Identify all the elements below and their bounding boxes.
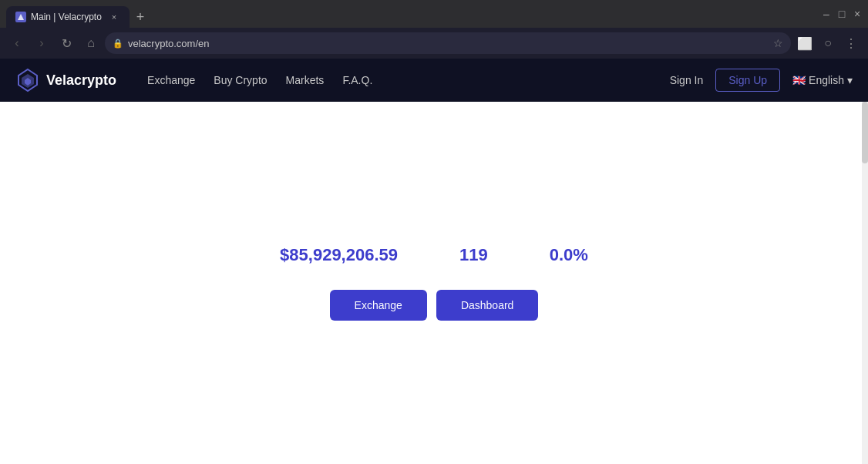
navbar-actions: ⬜ ○ ⋮ [794, 32, 862, 54]
tab-title: Main | Velacrypto [31, 12, 102, 22]
stat-volume: $85,929,206.59 [280, 245, 398, 265]
new-tab-button[interactable]: + [130, 6, 151, 28]
close-button[interactable]: × [853, 9, 862, 18]
nav-link-faq[interactable]: F.A.Q. [342, 74, 372, 86]
profile-button[interactable]: ○ [817, 32, 839, 54]
language-selector[interactable]: 🇬🇧 English ▾ [792, 74, 853, 86]
language-label: English [809, 74, 844, 86]
svg-marker-0 [18, 14, 24, 20]
tab-group: Main | Velacrypto × + [6, 0, 819, 28]
tab-favicon [15, 12, 26, 22]
address-bar[interactable]: 🔒 velacrypto.com/en ☆ [105, 32, 791, 54]
home-button[interactable]: ⌂ [80, 32, 102, 54]
sign-up-button[interactable]: Sign Up [715, 69, 780, 92]
nav-link-markets[interactable]: Markets [286, 74, 325, 86]
scrollbar[interactable] [862, 102, 868, 464]
app-nav-right: Sign In Sign Up 🇬🇧 English ▾ [670, 69, 853, 92]
window-controls: – □ × [822, 9, 862, 18]
app-content: $85,929,206.59 119 0.0% Exchange Dashboa… [0, 102, 868, 464]
nav-link-exchange[interactable]: Exchange [147, 74, 195, 86]
chevron-down-icon: ▾ [847, 74, 853, 86]
nav-link-buy-crypto[interactable]: Buy Crypto [214, 74, 267, 86]
extensions-button[interactable]: ⬜ [794, 32, 816, 54]
back-button[interactable]: ‹ [6, 32, 28, 54]
language-flag: 🇬🇧 [792, 74, 806, 86]
stat-change: 0.0% [550, 245, 588, 265]
restore-button[interactable]: □ [837, 9, 846, 18]
refresh-button[interactable]: ↻ [56, 32, 77, 54]
cta-row: Exchange Dashboard [330, 290, 539, 321]
url-display: velacrypto.com/en [128, 38, 769, 49]
forward-button[interactable]: › [31, 32, 52, 54]
active-tab[interactable]: Main | Velacrypto × [6, 6, 130, 28]
browser-titlebar: Main | Velacrypto × + – □ × [0, 0, 868, 28]
tab-close-button[interactable]: × [108, 11, 120, 23]
logo-icon [15, 68, 40, 92]
sign-in-button[interactable]: Sign In [670, 74, 704, 86]
exchange-button[interactable]: Exchange [330, 290, 427, 321]
browser-window: Main | Velacrypto × + – □ × ‹ › ↻ ⌂ 🔒 ve… [0, 0, 868, 464]
dashboard-button[interactable]: Dashboard [436, 290, 539, 321]
lock-icon: 🔒 [113, 39, 123, 49]
stats-row: $85,929,206.59 119 0.0% [280, 245, 588, 265]
more-button[interactable]: ⋮ [840, 32, 862, 54]
logo-text: Velacrypto [46, 72, 116, 89]
app-logo[interactable]: Velacrypto [15, 68, 116, 92]
minimize-button[interactable]: – [822, 9, 831, 18]
app-navbar: Velacrypto Exchange Buy Crypto Markets F… [0, 59, 868, 102]
stat-count: 119 [459, 245, 488, 265]
browser-navbar: ‹ › ↻ ⌂ 🔒 velacrypto.com/en ☆ ⬜ ○ ⋮ [0, 28, 868, 59]
app-nav-links: Exchange Buy Crypto Markets F.A.Q. [147, 74, 670, 86]
scrollbar-thumb[interactable] [862, 102, 868, 163]
bookmark-icon[interactable]: ☆ [773, 37, 783, 49]
